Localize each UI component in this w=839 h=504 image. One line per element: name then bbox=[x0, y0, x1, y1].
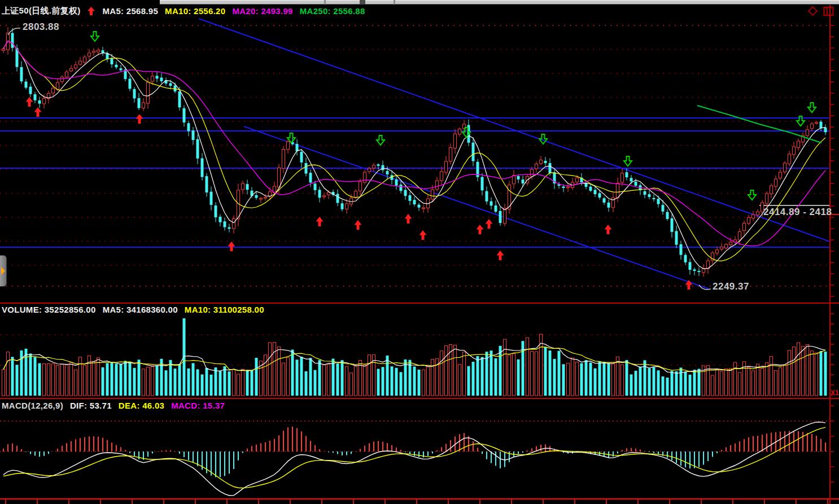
ma250-line bbox=[697, 106, 821, 143]
buy-arrow-icon bbox=[34, 107, 42, 117]
expand-right-icon bbox=[1, 267, 5, 275]
buy-arrow-icon bbox=[486, 219, 493, 229]
sell-arrow-icon bbox=[748, 190, 756, 200]
buy-arrow-icon bbox=[605, 225, 612, 234]
buy-arrow-icon bbox=[497, 251, 504, 260]
price-range-label: 2414.89 - 2418 bbox=[763, 207, 832, 218]
sell-arrow-icon bbox=[624, 156, 632, 166]
sell-arrow-icon bbox=[539, 134, 547, 144]
buy-arrow-icon bbox=[405, 214, 412, 223]
macd-panel bbox=[0, 421, 830, 496]
buy-arrow-icon bbox=[316, 217, 324, 226]
sell-arrow-icon bbox=[377, 135, 384, 145]
buy-arrow-icon bbox=[136, 114, 143, 124]
buy-arrow-icon bbox=[355, 220, 362, 230]
low-price-label: 2249.37 bbox=[713, 281, 749, 292]
dea-line bbox=[3, 427, 825, 488]
trading-app-window: 上证50(日线.前复权) MA5: 2568.95 MA10: 2556.20 … bbox=[0, 0, 839, 504]
main-price-panel bbox=[0, 19, 830, 290]
dif-line bbox=[3, 422, 825, 496]
high-price-label: 2803.88 bbox=[23, 21, 59, 33]
candles-layer bbox=[2, 27, 827, 277]
panel-expander-tab[interactable] bbox=[0, 255, 7, 287]
buy-arrow-icon bbox=[26, 97, 33, 107]
volume-panel bbox=[0, 318, 830, 396]
sell-arrow-icon bbox=[808, 103, 816, 112]
signal-arrows-layer bbox=[26, 32, 816, 290]
volume-axis-unit-label: X1 bbox=[831, 389, 839, 397]
buy-arrow-icon bbox=[228, 242, 235, 251]
buy-arrow-icon bbox=[420, 230, 427, 240]
chart-canvas[interactable] bbox=[0, 0, 839, 504]
buy-arrow-icon bbox=[477, 225, 484, 234]
sell-arrow-icon bbox=[91, 32, 99, 41]
